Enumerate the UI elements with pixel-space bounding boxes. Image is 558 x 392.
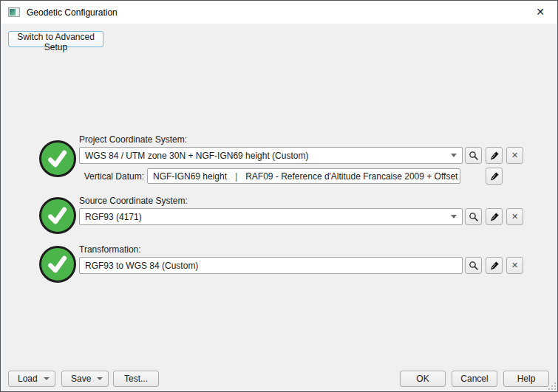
chevron-down-icon [97,377,103,380]
clear-icon: ✕ [511,261,518,269]
transformation-value: RGF93 to WGS 84 (Custom) [85,261,457,271]
source-edit-button[interactable] [486,208,503,225]
project-coordinate-system-value: WGS 84 / UTM zone 30N + NGF-IGN69 height… [85,151,446,161]
test-button[interactable]: Test... [113,371,159,387]
vertical-datum-separator: | [235,171,237,182]
edit-pen-icon [489,171,500,182]
vertical-datum-label: Vertical Datum: [79,171,144,182]
chevron-down-icon [44,377,50,380]
search-icon [469,212,479,222]
transformation-field[interactable]: RGF93 to WGS 84 (Custom) [79,257,463,274]
source-coordinate-system-label: Source Coordinate System: [79,196,188,206]
transformation-search-button[interactable] [465,257,482,274]
project-clear-button[interactable]: ✕ [506,147,523,164]
app-icon-panel-pane [16,9,18,16]
load-button[interactable]: Load [8,371,55,387]
edit-pen-icon [489,212,500,222]
project-status-valid-icon [39,140,76,177]
vertical-datum-edit-button[interactable] [486,168,503,185]
close-button[interactable]: ✕ [523,1,557,23]
chevron-down-icon [451,154,457,157]
close-icon: ✕ [536,6,545,18]
search-icon [469,151,479,161]
save-button-label: Save [71,374,91,384]
edit-pen-icon [489,261,500,271]
transformation-edit-button[interactable] [486,257,503,274]
resize-grip[interactable] [548,382,556,390]
source-clear-button[interactable]: ✕ [506,208,523,225]
chevron-down-icon [451,215,457,219]
window-title: Geodetic Configuration [27,7,118,18]
title-bar[interactable]: Geodetic Configuration ✕ [1,1,557,24]
vertical-datum-field[interactable]: NGF-IGN69 height | RAF09 - Reference d'A… [147,168,460,184]
load-button-label: Load [18,374,38,384]
vertical-datum-value: NGF-IGN69 height [153,171,227,182]
transformation-label: Transformation: [79,244,141,255]
ok-button[interactable]: OK [400,371,446,387]
project-search-button[interactable] [465,147,482,164]
edit-pen-icon [489,151,500,161]
source-coordinate-system-value: RGF93 (4171) [85,212,446,222]
project-coordinate-system-label: Project Coordinate System: [79,134,187,145]
checkmark-icon [44,202,72,230]
source-status-valid-icon [39,197,76,234]
checkmark-icon [44,250,72,278]
app-icon-map-pane [10,9,16,16]
app-icon [8,7,20,17]
clear-icon: ✕ [511,151,518,159]
source-coordinate-system-select[interactable]: RGF93 (4171) [79,208,463,225]
transformation-clear-button[interactable]: ✕ [506,257,523,274]
cancel-button[interactable]: Cancel [452,371,497,387]
source-search-button[interactable] [465,208,482,225]
geodetic-configuration-dialog: Geodetic Configuration ✕ Switch to Advan… [0,0,558,392]
project-coordinate-system-select[interactable]: WGS 84 / UTM zone 30N + NGF-IGN69 height… [79,147,463,164]
vertical-datum-geoid-value: RAF09 - Reference d'Altitude Francaise 2… [245,171,457,182]
project-edit-button[interactable] [486,147,503,164]
clear-icon: ✕ [511,213,518,221]
save-button[interactable]: Save [61,371,109,387]
checkmark-icon [44,145,72,173]
transformation-status-valid-icon [39,246,76,283]
help-button[interactable]: Help [503,371,549,387]
search-icon [469,261,479,271]
switch-to-advanced-setup-button[interactable]: Switch to Advanced Setup [8,31,103,47]
